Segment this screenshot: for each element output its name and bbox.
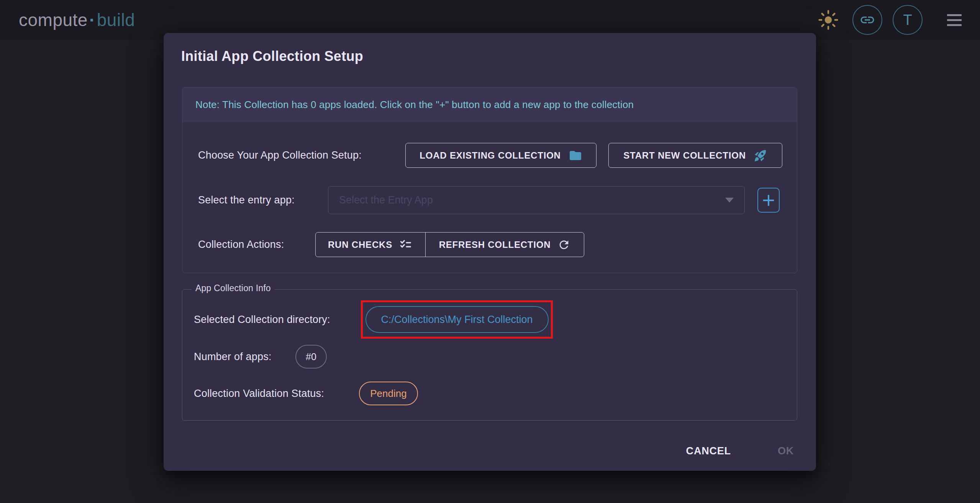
app-collection-info-fieldset: App Collection Info Selected Collection … <box>182 289 797 421</box>
collection-actions-button-group: RUN CHECKS REFRESH COLLECTION <box>315 232 584 257</box>
dialog-title: Initial App Collection Setup <box>181 48 363 64</box>
refresh-collection-button[interactable]: REFRESH COLLECTION <box>426 233 584 257</box>
sun-icon <box>818 10 839 30</box>
checklist-icon <box>399 238 413 252</box>
collection-actions-row-label: Collection Actions: <box>198 232 284 257</box>
refresh-collection-label: REFRESH COLLECTION <box>439 239 551 250</box>
run-checks-button[interactable]: RUN CHECKS <box>316 233 426 257</box>
add-app-button[interactable] <box>757 188 780 213</box>
topbar-actions: T <box>818 0 962 40</box>
start-new-collection-button[interactable]: START NEW COLLECTION <box>608 143 782 168</box>
directory-label: Selected Collection directory: <box>194 308 330 331</box>
start-new-collection-label: START NEW COLLECTION <box>623 150 746 161</box>
cancel-button[interactable]: CANCEL <box>686 445 731 457</box>
ok-button[interactable]: OK <box>778 445 794 457</box>
selected-directory-chip[interactable]: C:/Collections\My First Collection <box>365 306 549 333</box>
collection-setup-panel: Note: This Collection has 0 apps loaded.… <box>182 87 797 273</box>
avatar-letter: T <box>903 12 912 28</box>
entry-app-select[interactable]: Select the Entry App <box>328 186 745 214</box>
menu-button[interactable] <box>947 14 962 26</box>
link-icon <box>859 12 875 28</box>
note-banner: Note: This Collection has 0 apps loaded.… <box>182 87 797 122</box>
logo-part-compute: compute <box>19 10 88 30</box>
logo-part-build: build <box>97 10 135 30</box>
entry-app-select-placeholder: Select the Entry App <box>339 194 725 206</box>
fieldset-legend: App Collection Info <box>192 283 275 293</box>
setup-row-label: Choose Your App Collection Setup: <box>198 143 362 168</box>
share-link-button[interactable] <box>852 5 882 35</box>
selected-directory-value: C:/Collections\My First Collection <box>381 314 533 326</box>
rocket-icon <box>754 149 767 162</box>
run-checks-label: RUN CHECKS <box>328 239 392 250</box>
refresh-icon <box>557 238 570 251</box>
load-existing-collection-label: LOAD EXISTING COLLECTION <box>420 150 561 161</box>
folder-icon <box>569 149 582 162</box>
dialog-footer: CANCEL OK <box>686 445 794 457</box>
app-logo: compute·build <box>19 10 135 30</box>
validation-status-chip: Pending <box>359 382 418 405</box>
logo-dot: · <box>89 10 95 30</box>
account-avatar-button[interactable]: T <box>893 5 923 35</box>
highlight-annotation: C:/Collections\My First Collection <box>361 300 553 339</box>
load-existing-collection-button[interactable]: LOAD EXISTING COLLECTION <box>405 143 597 168</box>
apps-count-value: #0 <box>306 351 316 362</box>
validation-status-label: Collection Validation Status: <box>194 382 324 405</box>
apps-count-chip: #0 <box>295 345 327 369</box>
theme-toggle-button[interactable] <box>818 10 839 30</box>
chevron-down-icon <box>725 198 734 203</box>
plus-icon <box>761 193 776 208</box>
validation-status-value: Pending <box>370 388 406 400</box>
hamburger-icon <box>947 14 962 16</box>
note-text: Note: This Collection has 0 apps loaded.… <box>195 99 634 111</box>
initial-app-collection-setup-dialog: Initial App Collection Setup Note: This … <box>164 33 816 471</box>
entry-app-row-label: Select the entry app: <box>198 186 295 214</box>
apps-count-label: Number of apps: <box>194 345 272 369</box>
